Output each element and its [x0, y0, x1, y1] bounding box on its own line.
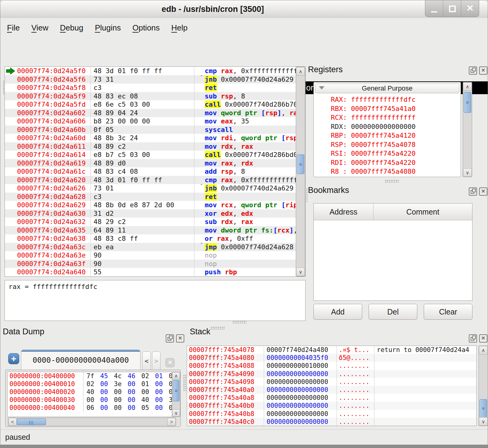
splitter-handle[interactable] — [232, 320, 246, 323]
scroll-down-arrow-icon[interactable]: ∨ — [479, 417, 488, 426]
registers-group[interactable]: General Purpose RAX: fffffffffffffdfcRBX… — [313, 82, 461, 177]
scroll-down-arrow-icon[interactable]: ∨ — [463, 168, 472, 177]
stack-view[interactable]: 00007fff:745a407800007f740d24a480.¤$ t..… — [187, 346, 477, 426]
stack-row[interactable]: 00007fff:745a40a80000000000000000.......… — [187, 394, 476, 402]
dump-row[interactable]: 00000000:004000007f454c46020101 — [8, 372, 172, 380]
bookmarks-table[interactable]: Address Comment — [313, 203, 472, 301]
scroll-left-arrow-icon[interactable]: < — [8, 418, 17, 426]
stack-float-button[interactable] — [469, 334, 477, 343]
stack-row[interactable]: 00007fff:745a408000000000004035f0ð5@....… — [187, 354, 476, 362]
register-row[interactable]: RSP: 00007fff745a4078 — [314, 140, 460, 149]
disasm-row[interactable]: 00007f74:0d24a5f948 83 ec 08sub rsp, 8 — [5, 92, 296, 101]
minimize-button[interactable] — [425, 0, 443, 17]
bookmarks-del-button[interactable]: Del — [369, 304, 417, 320]
stack-scrollbar[interactable]: ∧ ≡ ∨ — [479, 346, 488, 426]
splitter-handle[interactable] — [304, 188, 307, 202]
disasm-row[interactable]: 00007f74:0d24a5f8c3ret — [5, 84, 296, 92]
disasm-row[interactable]: 00007f74:0d24a61948 89 d0mov rax, rdx — [5, 159, 296, 168]
disasm-row[interactable]: 00007f74:0d24a63031 d2xor edx, edx — [5, 209, 296, 218]
hex-view[interactable]: 00000000:004000007f454c4602010100000000:… — [7, 372, 172, 417]
close-dump-tab-button[interactable]: ✕ — [165, 358, 175, 367]
stack-row[interactable]: 00007fff:745a40900000000000000000.......… — [187, 370, 476, 378]
bookmarks-close-button[interactable]: ✕ — [479, 187, 487, 196]
register-row[interactable]: RDI: 00007fff745a4220 — [314, 158, 460, 167]
disasm-row[interactable]: 00007f74:0d24a64055push rbp — [5, 268, 296, 276]
disasm-row[interactable]: 00007f74:0d24a63848 83 c8 ffor rax, 0xff — [5, 234, 296, 243]
menu-view[interactable]: View — [27, 18, 53, 38]
splitter-handle[interactable] — [385, 180, 399, 183]
data-dump-close-button[interactable]: ✕ — [176, 334, 184, 343]
disasm-row[interactable]: 00007f74:0d24a61c48 83 c4 08add rsp, 8 — [5, 167, 296, 176]
disasm-row[interactable]: 00007f74:0d24a63564 89 11mov dword ptr f… — [5, 226, 296, 235]
scroll-down-arrow-icon[interactable]: ∨ — [296, 268, 305, 276]
menu-debug[interactable]: Debug — [55, 18, 88, 38]
bookmarks-column-address[interactable]: Address — [314, 204, 373, 220]
disasm-row[interactable]: 00007f74:0d24a60b0f 05syscall — [5, 126, 296, 134]
register-row[interactable]: R8 : 00007fff745a4080 — [314, 167, 460, 176]
scroll-up-arrow-icon[interactable]: ∧ — [296, 67, 305, 76]
data-dump-float-button[interactable] — [166, 334, 174, 343]
disasm-row[interactable]: 00007f74:0d24a63ceb eaˆjmp 0x00007f740d2… — [5, 243, 296, 251]
scrollbar-thumb[interactable]: ≡ — [479, 399, 487, 418]
disasm-row[interactable]: 00007f74:0d24a62048 3d 01 f0 ff ffcmp ra… — [5, 176, 296, 184]
register-row[interactable]: RBX: 00007fff745a41a0 — [314, 104, 460, 113]
register-row[interactable]: RCX: ffffffffffffffff — [314, 113, 460, 122]
scroll-up-arrow-icon[interactable]: ∧ — [172, 372, 180, 379]
stack-close-button[interactable]: ✕ — [479, 334, 487, 343]
scroll-up-arrow-icon[interactable]: ∧ — [463, 82, 472, 91]
disassembly-view[interactable]: 00007f74:0d24a5f048 3d 01 f0 ff ffcmp ra… — [5, 66, 306, 277]
dump-row[interactable]: 00000000:0040004006000000050000 — [8, 404, 172, 412]
bookmarks-float-button[interactable] — [469, 187, 477, 196]
scrollbar-thumb[interactable]: ≡ — [297, 155, 304, 174]
stack-row[interactable]: 00007fff:745a40b00000000000000000.......… — [187, 402, 476, 410]
disasm-row[interactable]: 00007f74:0d24a63248 29 c2sub rdx, rax — [5, 218, 296, 226]
bookmarks-column-comment[interactable]: Comment — [373, 204, 472, 220]
disassembly-scrollbar[interactable]: ∧ ≡ ∨ — [296, 67, 305, 276]
disasm-row[interactable]: 00007f74:0d24a5f048 3d 01 f0 ff ffcmp ra… — [5, 67, 296, 75]
register-row[interactable]: RBP: 00007fff745a4120 — [314, 131, 460, 140]
stack-row[interactable]: 00007fff:745a40a00000000000000000.......… — [187, 386, 476, 394]
dump-row[interactable]: 00000000:0040002040000000000000 — [8, 388, 172, 396]
disasm-row[interactable]: 00007f74:0d24a5fde8 6e c5 03 00call 0x00… — [5, 100, 296, 109]
bookmarks-clear-button[interactable]: Clear — [424, 304, 472, 320]
disasm-row[interactable]: 00007f74:0d24a63f90nop — [5, 260, 296, 268]
add-dump-tab-button[interactable]: + — [8, 353, 19, 364]
dump-row[interactable]: 00000000:0040001002003e00010000 — [8, 380, 172, 388]
tab-scroll-left-button[interactable]: < — [142, 351, 151, 371]
scroll-up-arrow-icon[interactable]: ∧ — [479, 346, 488, 354]
register-row[interactable]: RSI: 00007fff745a4220 — [314, 149, 460, 158]
dump-vertical-scrollbar[interactable]: ∧ ≡ ∨ — [172, 372, 180, 417]
register-row[interactable]: RAX: fffffffffffffdfc — [314, 95, 460, 104]
registers-scrollbar[interactable]: ∧ ≡ ∨ — [463, 82, 472, 177]
bookmarks-add-button[interactable]: Add — [313, 304, 362, 320]
disasm-row[interactable]: 00007f74:0d24a628c3ret — [5, 193, 296, 201]
menu-options[interactable]: Options — [128, 18, 165, 38]
scrollbar-thumb[interactable]: ≡ — [173, 380, 179, 401]
disasm-row[interactable]: 00007f74:0d24a62948 8b 0d e8 87 2d 00mov… — [5, 201, 296, 209]
disasm-row[interactable]: 00007f74:0d24a62673 01ˇjnb 0x00007f740d2… — [5, 184, 296, 193]
maximize-button[interactable] — [443, 0, 461, 17]
disasm-row[interactable]: 00007f74:0d24a61148 89 c2mov rdx, rax — [5, 142, 296, 151]
dump-row[interactable]: 00000000:0040003000000000400038 — [8, 396, 172, 404]
stack-row[interactable]: 00007fff:745a40880000000000010000.......… — [187, 362, 476, 370]
stack-row[interactable]: 00007fff:745a40c00000000000000000.......… — [187, 418, 476, 426]
splitter-handle[interactable] — [183, 375, 186, 392]
disasm-row[interactable]: 00007f74:0d24a63e90nop — [5, 251, 296, 260]
titlebar[interactable]: edb - /usr/sbin/cron [3500] — [0, 0, 488, 18]
splitter-handle[interactable] — [210, 326, 225, 329]
dump-region-tab[interactable]: 0000-000000000040a000 — [21, 350, 140, 370]
registers-group-header[interactable]: General Purpose — [315, 84, 459, 93]
tab-scroll-right-button[interactable]: > — [152, 351, 161, 371]
expression-box[interactable]: rax = fffffffffffffdfc — [5, 280, 306, 321]
menu-help[interactable]: Help — [166, 18, 192, 38]
menu-file[interactable]: File — [2, 18, 25, 38]
disasm-row[interactable]: 00007f74:0d24a5f673 31ˇjnb 0x00007f740d2… — [5, 75, 296, 84]
stack-row[interactable]: 00007fff:745a407800007f740d24a480.¤$ t..… — [187, 346, 476, 354]
disasm-row[interactable]: 00007f74:0d24a614e8 b7 c5 03 00call 0x00… — [5, 151, 296, 159]
stack-row[interactable]: 00007fff:745a40b80000000000000000.......… — [187, 410, 476, 418]
scrollbar-thumb[interactable]: ||| — [17, 418, 46, 425]
scrollbar-thumb[interactable]: ≡ — [464, 92, 471, 113]
menu-plugins[interactable]: Plugins — [90, 18, 126, 38]
disasm-row[interactable]: 00007f74:0d24a60248 89 04 24mov qword pt… — [5, 109, 296, 117]
dump-horizontal-scrollbar[interactable]: < ||| > — [8, 418, 176, 426]
